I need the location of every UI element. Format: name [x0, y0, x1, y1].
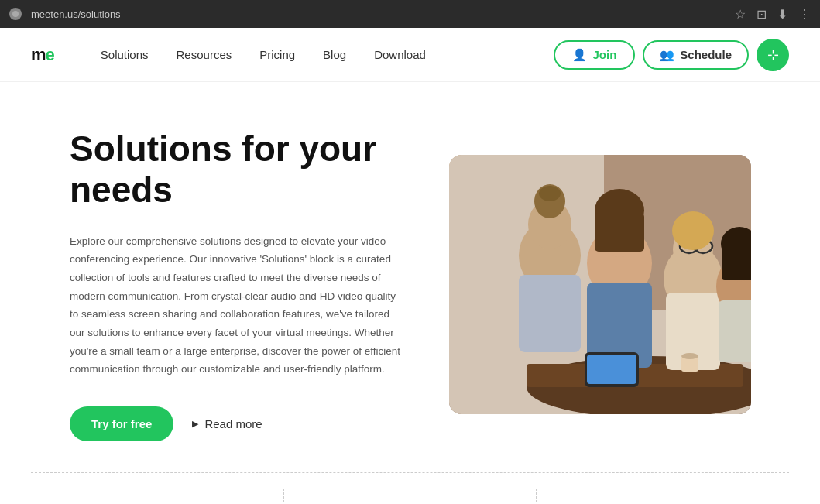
bottom-management[interactable]: Management	[31, 489, 284, 504]
schedule-button[interactable]: 👥 Schedule	[643, 40, 749, 70]
nav-blog[interactable]: Blog	[323, 48, 346, 61]
hero-actions: Try for free ▶ Read more	[70, 406, 403, 441]
bookmark-icon[interactable]: ⊡	[757, 7, 767, 22]
logo[interactable]: me	[31, 45, 54, 65]
url-bar[interactable]: meeten.us/solutions	[31, 9, 121, 20]
hero-title: Solutions for your needs	[70, 129, 403, 211]
svg-point-8	[539, 186, 561, 201]
bottom-agencies[interactable]: Agencies	[537, 489, 789, 504]
hero-description: Explore our comprehensive solutions desi…	[70, 232, 403, 379]
svg-point-0	[12, 11, 19, 17]
nav-pricing[interactable]: Pricing	[259, 48, 295, 61]
download-icon[interactable]: ⬇	[777, 7, 787, 22]
read-more-button[interactable]: ▶ Read more	[192, 417, 262, 430]
bottom-assistants[interactable]: Assistants	[284, 489, 537, 504]
share-button[interactable]: ⊹	[757, 39, 789, 71]
bottom-section: Management Assistants Agencies	[31, 472, 789, 504]
browser-bar: meeten.us/solutions ☆ ⊡ ⬇ ⋮	[0, 0, 820, 28]
svg-rect-25	[722, 246, 751, 280]
svg-rect-13	[595, 213, 644, 252]
browser-icons: ☆ ⊡ ⬇ ⋮	[735, 7, 811, 22]
favicon-icon	[9, 8, 22, 20]
nav-resources[interactable]: Resources	[177, 48, 232, 61]
try-free-button[interactable]: Try for free	[70, 406, 173, 441]
hero-section: Solutions for your needs Explore our com…	[0, 82, 820, 472]
svg-point-20	[672, 211, 714, 250]
svg-rect-28	[587, 355, 636, 384]
svg-rect-26	[719, 300, 751, 362]
navbar: me Solutions Resources Pricing Blog Down…	[0, 28, 820, 82]
menu-icon[interactable]: ⋮	[798, 7, 811, 22]
nav-links: Solutions Resources Pricing Blog Downloa…	[101, 48, 554, 61]
nav-buttons: 👤 Join 👥 Schedule ⊹	[554, 39, 789, 71]
hero-content: Solutions for your needs Explore our com…	[70, 129, 403, 441]
join-button[interactable]: 👤 Join	[554, 40, 635, 70]
schedule-icon: 👥	[660, 48, 674, 62]
hero-photo	[449, 155, 751, 414]
play-icon: ▶	[192, 419, 198, 429]
hero-image	[449, 155, 751, 414]
join-icon: 👤	[572, 48, 587, 62]
share-icon: ⊹	[767, 46, 779, 63]
nav-download[interactable]: Download	[374, 48, 426, 61]
svg-rect-9	[519, 275, 581, 352]
svg-point-30	[681, 353, 698, 359]
star-icon[interactable]: ☆	[735, 7, 746, 22]
nav-solutions[interactable]: Solutions	[101, 48, 149, 61]
